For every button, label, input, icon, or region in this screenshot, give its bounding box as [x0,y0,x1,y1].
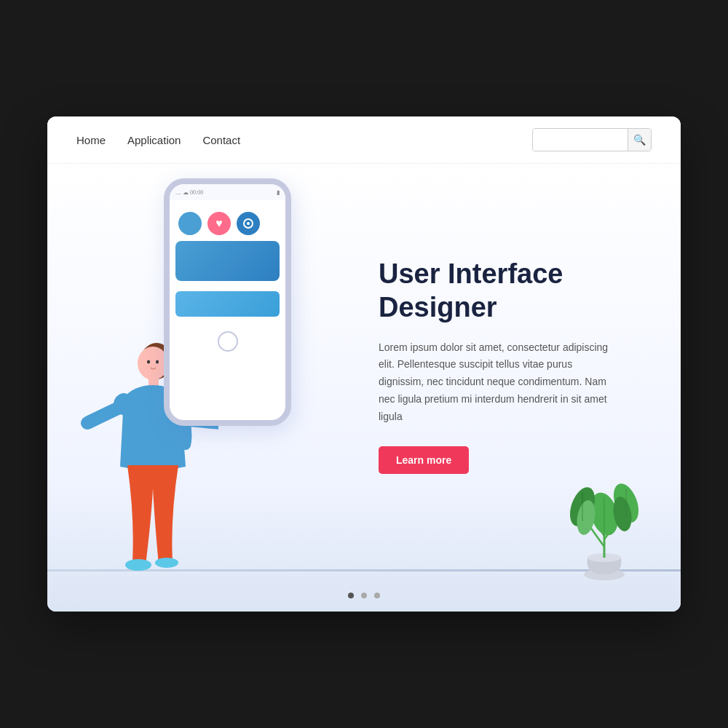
hero-section: .... ☁ 00:00 ▮ ♥ [47,164,681,612]
phone-icon-2: ♥ [207,212,231,235]
search-button[interactable]: 🔍 [628,129,651,151]
hero-content: User Interface Designer Lorem ipsum dolo… [364,164,681,612]
navbar: Home Application Contact 🔍 [47,116,681,164]
learn-more-button[interactable]: Learn more [379,446,469,474]
svg-point-2 [147,360,150,364]
dot-2[interactable] [361,593,367,598]
svg-point-10 [247,222,250,225]
hero-description: Lorem ipsum dolor sit amet, consectetur … [379,339,612,426]
phone-home-button [218,331,238,352]
search-bar: 🔍 [532,128,652,151]
svg-point-3 [156,360,159,364]
phone-icon-1 [178,212,202,235]
phone-icons-row: ♥ [175,212,280,235]
hero-title: User Interface Designer [379,258,652,324]
svg-rect-4 [149,376,159,387]
phone-status-bar: .... ☁ 00:00 ▮ [170,184,285,200]
phone-card-secondary [175,291,280,317]
svg-point-7 [125,559,151,571]
phone-content: ♥ [170,200,285,325]
hero-illustration: .... ☁ 00:00 ▮ ♥ [47,164,364,612]
browser-window: Home Application Contact 🔍 [47,116,681,612]
nav-application[interactable]: Application [127,134,181,146]
nav-contact[interactable]: Contact [202,134,240,146]
phone-card-main [175,241,280,281]
phone-mockup: .... ☁ 00:00 ▮ ♥ [164,178,291,426]
phone-status-text: .... ☁ 00:00 [175,189,203,196]
search-input[interactable] [533,129,628,151]
svg-point-8 [155,558,178,568]
nav-links: Home Application Contact [76,134,240,146]
nav-home[interactable]: Home [76,134,106,146]
phone-battery: ▮ [277,189,280,196]
dot-3[interactable] [374,593,380,598]
phone-icon-3 [237,212,260,235]
plant-decoration [557,467,652,586]
dot-1[interactable] [348,593,354,598]
pagination-dots [348,593,380,598]
